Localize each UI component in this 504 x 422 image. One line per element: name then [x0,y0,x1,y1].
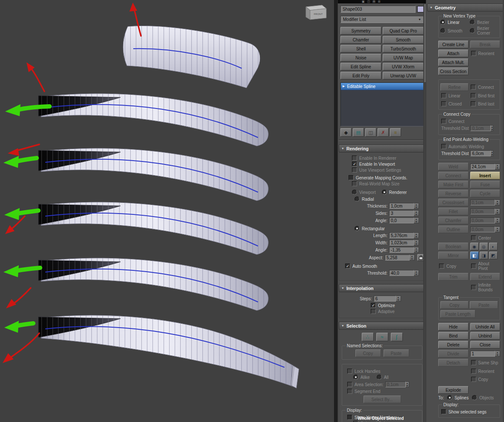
bezier-vertex-radio[interactable]: Bezier [470,20,498,25]
modifier-stack[interactable]: ▶ Editable Spline [340,82,424,126]
paste-length-button[interactable]: Paste Length [440,310,475,318]
spinner-arrows[interactable]: ▴▾ [495,351,500,357]
show-end-result-icon[interactable]: ▤ [353,128,364,137]
closed-checkbox[interactable]: Closed [441,101,468,106]
hide-button[interactable]: Hide [438,323,469,331]
enable-in-viewport-checkbox[interactable]: ✓ Enable In Viewport [352,161,422,167]
spinner-arrows[interactable]: ▴▾ [414,210,419,216]
spinner-arrows[interactable]: ▴▾ [396,296,401,302]
bind-first-checkbox[interactable]: Bind first [471,93,497,98]
divide-spinner[interactable]: 1 ▴▾ [470,351,501,357]
area-selection-spinner[interactable]: 0,1cm ▴▾ [385,381,409,387]
boolean-subtract-icon[interactable]: ◎ [480,243,488,250]
width-spinner[interactable]: 1,023cm ▴▾ [389,240,419,246]
spinner-arrows[interactable]: ▴▾ [495,164,500,170]
threshold-spinner[interactable]: 40,0 ▴▾ [389,270,419,276]
explode-to-objects-radio[interactable]: Objects [472,395,494,400]
use-viewport-settings-checkbox[interactable]: Use Viewport Settings [352,167,422,173]
auto-smooth-checkbox[interactable]: ✓ Auto Smooth [345,264,422,269]
mirror-vertical-icon[interactable]: ◨ [480,252,488,259]
make-first-button[interactable]: Make First [438,181,469,188]
spinner-arrows[interactable]: ▴▾ [491,125,493,131]
refine-connect-checkbox[interactable]: Connect [471,85,497,90]
spinner-arrows[interactable]: ▴▾ [414,217,419,223]
weld-button[interactable]: Weld [438,163,469,170]
modifier-list-dropdown[interactable]: Modifier List ▼ [340,16,424,23]
spinner-arrows[interactable]: ▴▾ [414,240,419,246]
cross-section-button[interactable]: Cross Section [438,67,469,75]
aspect-spinner[interactable]: 5,258 ▴▾ [385,255,415,261]
same-shp-checkbox[interactable]: Same Shp [471,360,500,365]
spinner-arrows[interactable]: ▴▾ [414,203,419,209]
modifier-button-uvw-xform[interactable]: UVW Xform [383,63,424,70]
configure-modifier-sets-icon[interactable]: ≡ [390,128,401,137]
real-world-map-size-checkbox[interactable]: Real-World Map Size [352,181,422,186]
length-spinner[interactable]: 5,376cm ▴▾ [389,232,419,238]
spinner-arrows[interactable]: ▴▾ [495,208,500,214]
spinner-arrows[interactable]: ▴▾ [410,255,415,261]
weld-spinner[interactable]: 24,1cm ▴▾ [470,164,501,170]
extend-button[interactable]: Extend [470,273,501,281]
rollout-header-rendering[interactable]: ▼ Rendering [339,144,425,152]
fuse-button[interactable]: Fuse [470,181,501,188]
linear-vertex-radio[interactable]: Linear [440,20,469,25]
break-button[interactable]: Break [470,41,501,48]
fillet-spinner[interactable]: 0,0cm ▴▾ [470,208,501,214]
infinite-bounds-checkbox[interactable]: Infinite Bounds [471,283,500,292]
detach-reorient-checkbox[interactable]: Reorient [471,369,500,374]
show-selected-segs-checkbox[interactable]: Show selected segs [441,409,497,414]
angle-spinner[interactable]: 0,0 ▴▾ [389,217,419,223]
modifier-button-symmetry[interactable]: Symmetry [340,27,381,35]
renderer-radio[interactable]: Renderer [382,190,407,195]
object-color-swatch[interactable] [417,6,424,12]
modifier-button-edit-poly[interactable]: Edit Poly [340,72,381,79]
chamfer-button[interactable]: Chamfer [438,217,469,224]
tangent-copy-button[interactable]: Copy [440,301,469,309]
connect-copy-threshold-spinner[interactable]: 0,1cm ▴▾ [470,125,493,131]
modifier-button-smooth[interactable]: Smooth [383,36,424,44]
toolbar-icon-b[interactable]: ◫ [367,0,370,3]
boolean-intersect-icon[interactable]: ◐ [489,243,498,250]
toolbar-icon-d[interactable]: ⊞ [378,0,381,3]
unbind-button[interactable]: Unbind [470,332,501,340]
generate-mapping-coords-checkbox[interactable]: Generate Mapping Coords. [349,175,422,180]
spinner-arrows[interactable]: ▴▾ [406,381,409,387]
crossinsert-spinner[interactable]: 0,1cm ▴▾ [470,199,501,205]
modifier-button-quad-cap-pro[interactable]: Quad Cap Pro [383,27,424,35]
stack-row-editable-spline[interactable]: ▶ Editable Spline [341,83,423,90]
alike-radio[interactable]: Alike [353,375,370,380]
boolean-button[interactable]: Boolean [438,243,469,250]
viewport-canvas[interactable]: FRONT [0,0,334,422]
enable-in-renderer-checkbox[interactable]: Enable In Renderer [352,155,422,161]
trim-button[interactable]: Trim [438,273,469,281]
sides-spinner[interactable]: 3 ▴▾ [389,210,419,216]
connect-copy-checkbox[interactable]: Connect [441,119,497,124]
spinner-arrows[interactable]: ▴▾ [495,217,500,223]
divide-button[interactable]: Divide [438,350,469,358]
remove-modifier-icon[interactable]: ✗ [378,128,389,137]
attach-button[interactable]: Attach [438,50,469,57]
outline-spinner[interactable]: 0,0cm ▴▾ [470,226,501,232]
boolean-union-icon[interactable]: ◉ [470,243,479,250]
chamfer-spinner[interactable]: 0,0cm ▴▾ [470,217,501,223]
detach-button[interactable]: Detach [438,359,469,366]
make-unique-icon[interactable]: ◫ [365,128,376,137]
modifier-button-turbosmooth[interactable]: TurboSmooth [383,45,424,53]
delete-button[interactable]: Delete [438,341,469,349]
unhide-all-button[interactable]: Unhide All [470,323,501,331]
rollout-header-geometry[interactable]: ▼ Geometry [427,3,504,12]
adaptive-checkbox[interactable]: Adaptive [371,309,422,314]
segment-subobject-icon[interactable]: ≈ [376,333,388,341]
radial-radio[interactable]: Radial [355,196,422,202]
mirror-copy-checkbox[interactable]: Copy [439,264,468,269]
bind-button[interactable]: Bind [438,332,469,340]
cycle-button[interactable]: Cycle [470,190,501,197]
refine-button[interactable]: Refine [440,83,469,91]
outline-button[interactable]: Outline [438,226,469,233]
spinner-arrows[interactable]: ▴▾ [495,226,500,232]
mirror-both-icon[interactable]: ◩ [489,252,498,259]
vertex-subobject-icon[interactable]: ∴ [362,333,374,341]
copy-named-selection-button[interactable]: Copy [355,349,381,357]
viewport-radio[interactable]: Viewport [352,190,376,195]
bind-last-checkbox[interactable]: Bind last [471,101,497,106]
